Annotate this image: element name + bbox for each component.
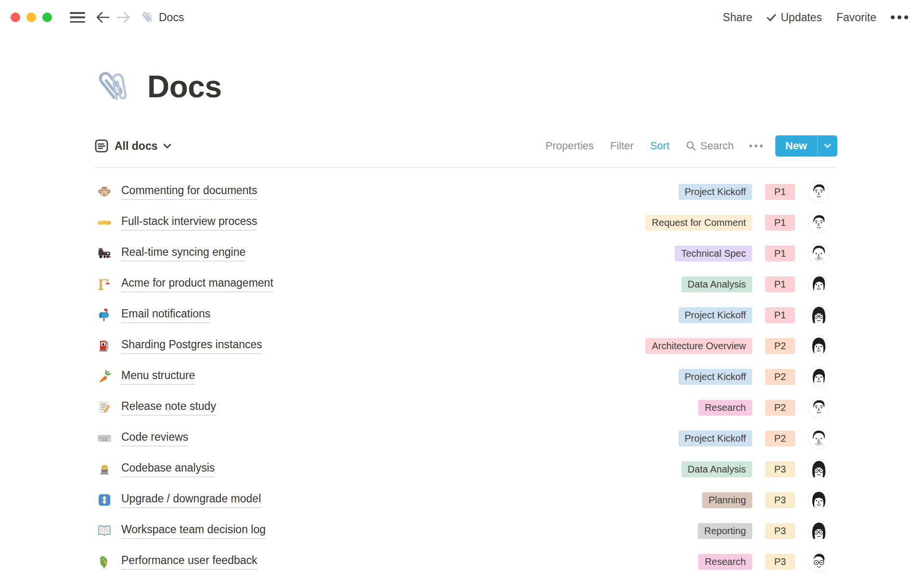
doc-title-link[interactable]: Release note study xyxy=(121,400,216,416)
new-button[interactable]: New xyxy=(775,135,837,157)
memo-icon xyxy=(97,400,114,415)
properties-button[interactable]: Properties xyxy=(546,140,594,152)
view-label: All docs xyxy=(115,140,157,153)
building-construction-icon xyxy=(97,277,114,291)
table-row: Acme for product management Data Analysi… xyxy=(94,269,837,300)
doc-title-link[interactable]: Codebase analysis xyxy=(121,461,215,477)
assignee-avatar[interactable] xyxy=(808,552,829,572)
table-row: Email notifications Project Kickoff P1 xyxy=(94,300,837,330)
monkey-face-icon xyxy=(97,184,114,199)
assignee-avatar[interactable] xyxy=(808,521,829,541)
doc-title-link[interactable]: Real-time syncing engine xyxy=(121,246,245,262)
assignee-avatar[interactable] xyxy=(808,428,829,449)
table-row: Commenting for documents Project Kickoff… xyxy=(94,176,837,207)
doc-title-link[interactable]: Workspace team decision log xyxy=(121,523,266,539)
handshake-icon xyxy=(97,215,114,230)
assignee-avatar[interactable] xyxy=(808,243,829,264)
view-more-options-icon[interactable] xyxy=(749,144,763,147)
doc-type-tag[interactable]: Research xyxy=(698,400,752,416)
up-down-arrow-icon xyxy=(97,493,114,507)
forward-arrow-icon[interactable] xyxy=(115,9,131,26)
hamburger-menu-icon[interactable] xyxy=(70,12,85,23)
doc-title-link[interactable]: Performance user feedback xyxy=(121,554,257,570)
assignee-avatar[interactable] xyxy=(808,274,829,295)
priority-badge[interactable]: P1 xyxy=(765,276,795,292)
locomotive-icon xyxy=(97,246,114,261)
more-options-icon[interactable] xyxy=(891,15,908,19)
doc-type-tag[interactable]: Project Kickoff xyxy=(679,431,752,447)
page-icon-linked-paperclips[interactable] xyxy=(94,66,135,107)
priority-badge[interactable]: P1 xyxy=(765,307,795,323)
doc-type-tag[interactable]: Research xyxy=(698,554,752,570)
doc-title-link[interactable]: Code reviews xyxy=(121,431,188,447)
doc-type-tag[interactable]: Data Analysis xyxy=(681,276,752,292)
linked-paperclips-icon xyxy=(141,11,154,24)
sort-button[interactable]: Sort xyxy=(650,140,669,152)
assignee-avatar[interactable] xyxy=(808,336,829,356)
share-button[interactable]: Share xyxy=(723,11,752,24)
table-row: Release note study Research P2 xyxy=(94,392,837,423)
table-row: Code reviews Project Kickoff P2 xyxy=(94,423,837,454)
assignee-avatar[interactable] xyxy=(808,397,829,418)
titlebar-doc-title: Docs xyxy=(159,11,184,24)
doc-title-link[interactable]: Commenting for documents xyxy=(121,184,257,200)
traffic-light-minimize[interactable] xyxy=(26,13,36,22)
assignee-avatar[interactable] xyxy=(808,305,829,326)
doc-title-link[interactable]: Email notifications xyxy=(121,307,210,323)
doc-title-link[interactable]: Full-stack interview process xyxy=(121,215,257,231)
assignee-avatar[interactable] xyxy=(808,367,829,387)
toolbar-divider xyxy=(94,167,837,168)
doc-type-tag[interactable]: Reporting xyxy=(698,523,752,539)
window-titlebar: Docs Share Updates Favorite xyxy=(0,0,924,35)
filter-button[interactable]: Filter xyxy=(610,140,634,152)
page-header: Docs xyxy=(94,66,222,107)
chevron-down-icon xyxy=(163,144,171,149)
priority-badge[interactable]: P1 xyxy=(765,215,795,231)
priority-badge[interactable]: P1 xyxy=(765,246,795,262)
favorite-button[interactable]: Favorite xyxy=(836,11,876,24)
doc-title-link[interactable]: Menu structure xyxy=(121,369,195,385)
doc-type-tag[interactable]: Data Analysis xyxy=(681,461,752,477)
new-button-dropdown[interactable] xyxy=(818,135,837,157)
view-switcher-all-docs[interactable]: All docs xyxy=(94,139,171,153)
doc-title-link[interactable]: Sharding Postgres instances xyxy=(121,338,262,354)
fuel-pump-icon xyxy=(97,339,114,353)
assignee-avatar[interactable] xyxy=(808,182,829,202)
assignee-avatar[interactable] xyxy=(808,459,829,480)
priority-badge[interactable]: P3 xyxy=(765,492,795,508)
priority-badge[interactable]: P2 xyxy=(765,369,795,385)
woman-technologist-icon xyxy=(97,462,114,476)
page-title[interactable]: Docs xyxy=(147,69,222,105)
table-row: Full-stack interview process Request for… xyxy=(94,207,837,238)
traffic-light-close[interactable] xyxy=(11,13,20,22)
assignee-avatar[interactable] xyxy=(808,490,829,511)
doc-title-link[interactable]: Acme for product management xyxy=(121,276,273,292)
assignee-avatar[interactable] xyxy=(808,212,829,233)
priority-badge[interactable]: P2 xyxy=(765,338,795,354)
table-row: Real-time syncing engine Technical Spec … xyxy=(94,238,837,269)
table-row: Menu structure Project Kickoff P2 xyxy=(94,361,837,392)
priority-badge[interactable]: P2 xyxy=(765,400,795,416)
list-view-icon xyxy=(94,139,109,153)
table-row: Performance user feedback Research P3 xyxy=(94,546,837,577)
carrot-icon xyxy=(97,369,114,384)
doc-type-tag[interactable]: Project Kickoff xyxy=(679,369,752,385)
search-button[interactable]: Search xyxy=(686,140,734,152)
doc-type-tag[interactable]: Planning xyxy=(702,492,752,508)
mailbox-icon xyxy=(97,308,114,322)
updates-button[interactable]: Updates xyxy=(767,11,822,24)
priority-badge[interactable]: P3 xyxy=(765,523,795,539)
doc-type-tag[interactable]: Request for Comment xyxy=(645,215,752,231)
doc-type-tag[interactable]: Technical Spec xyxy=(675,246,752,262)
priority-badge[interactable]: P3 xyxy=(765,554,795,570)
doc-type-tag[interactable]: Project Kickoff xyxy=(679,184,752,200)
priority-badge[interactable]: P3 xyxy=(765,461,795,477)
priority-badge[interactable]: P1 xyxy=(765,184,795,200)
back-arrow-icon[interactable] xyxy=(95,9,111,26)
traffic-light-zoom[interactable] xyxy=(42,13,52,22)
doc-title-link[interactable]: Upgrade / downgrade model xyxy=(121,492,261,508)
priority-badge[interactable]: P2 xyxy=(765,431,795,447)
doc-type-tag[interactable]: Architecture Overview xyxy=(645,338,752,354)
table-row: Sharding Postgres instances Architecture… xyxy=(94,330,837,361)
doc-type-tag[interactable]: Project Kickoff xyxy=(679,307,752,323)
